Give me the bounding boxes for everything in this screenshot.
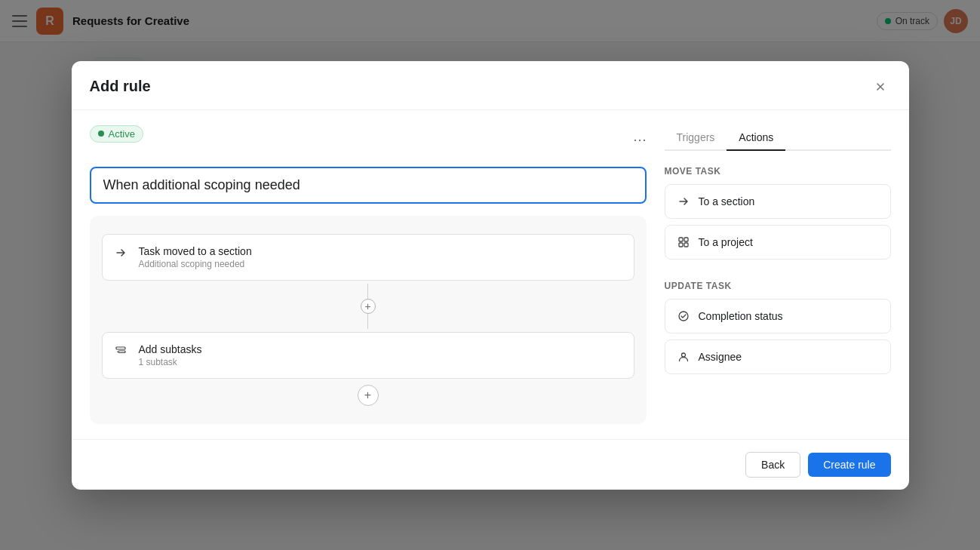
connector-line-bottom xyxy=(367,314,368,329)
action-card-content: Add subtasks 1 subtask xyxy=(139,343,622,367)
add-between-button[interactable]: + xyxy=(361,299,376,314)
to-section-icon xyxy=(676,194,691,209)
assignee-icon xyxy=(676,349,691,364)
action-to-project[interactable]: To a project xyxy=(665,225,891,260)
svg-rect-1 xyxy=(118,351,125,353)
svg-rect-0 xyxy=(116,347,125,349)
trigger-card-title: Task moved to a section xyxy=(139,245,622,257)
move-task-section: Move task To a section xyxy=(665,166,891,266)
completion-status-label: Completion status xyxy=(699,310,783,322)
action-to-section[interactable]: To a section xyxy=(665,184,891,219)
connector-line-top xyxy=(367,284,368,299)
connector: + xyxy=(361,281,376,332)
back-button[interactable]: Back xyxy=(745,452,800,478)
update-task-section: Update task Completion status xyxy=(665,281,891,380)
svg-point-8 xyxy=(681,353,685,357)
trigger-card-content: Task moved to a section Additional scopi… xyxy=(139,245,622,269)
assignee-label: Assignee xyxy=(699,351,742,363)
rule-builder: Active ⋯ Task moved to a section xyxy=(90,125,647,424)
completion-status-icon xyxy=(676,309,691,324)
close-button[interactable] xyxy=(870,76,891,97)
action-assignee[interactable]: Assignee xyxy=(665,340,891,374)
action-completion-status[interactable]: Completion status xyxy=(665,299,891,333)
action-card-title: Add subtasks xyxy=(139,343,622,355)
update-task-title: Update task xyxy=(665,281,891,291)
trigger-card[interactable]: Task moved to a section Additional scopi… xyxy=(102,234,634,281)
rule-active-badge: Active xyxy=(90,125,143,143)
svg-rect-3 xyxy=(679,238,683,241)
to-project-label: To a project xyxy=(699,236,753,248)
rule-status-bar: Active ⋯ xyxy=(90,125,647,155)
tab-triggers[interactable]: Triggers xyxy=(665,125,727,151)
add-rule-modal: Add rule Active ⋯ xyxy=(72,61,909,490)
action-card[interactable]: Add subtasks 1 subtask xyxy=(102,332,634,379)
panel-tabs: Triggers Actions xyxy=(665,125,891,151)
trigger-card-subtitle: Additional scoping needed xyxy=(139,259,622,269)
create-rule-button[interactable]: Create rule xyxy=(808,453,890,477)
svg-rect-5 xyxy=(679,243,683,247)
modal-header: Add rule xyxy=(72,61,909,110)
rule-name-input[interactable] xyxy=(90,167,647,204)
svg-rect-6 xyxy=(684,243,688,247)
more-options-icon[interactable]: ⋯ xyxy=(633,131,647,148)
to-section-label: To a section xyxy=(699,195,755,207)
move-task-title: Move task xyxy=(665,166,891,177)
svg-rect-4 xyxy=(684,238,688,241)
action-card-subtitle: 1 subtask xyxy=(139,357,622,367)
rule-active-dot xyxy=(98,131,104,137)
actions-panel: Triggers Actions Move task To a section xyxy=(665,125,891,424)
to-project-icon xyxy=(676,235,691,250)
subtasks-icon xyxy=(115,345,130,360)
modal-title: Add rule xyxy=(90,78,151,95)
modal-footer: Back Create rule xyxy=(72,439,909,490)
rule-flow: Task moved to a section Additional scopi… xyxy=(90,216,647,424)
tab-actions[interactable]: Actions xyxy=(727,125,785,151)
modal-body: Active ⋯ Task moved to a section xyxy=(72,110,909,439)
add-step-button[interactable]: + xyxy=(358,385,379,406)
arrow-right-icon xyxy=(115,247,130,262)
svg-point-7 xyxy=(679,312,688,321)
